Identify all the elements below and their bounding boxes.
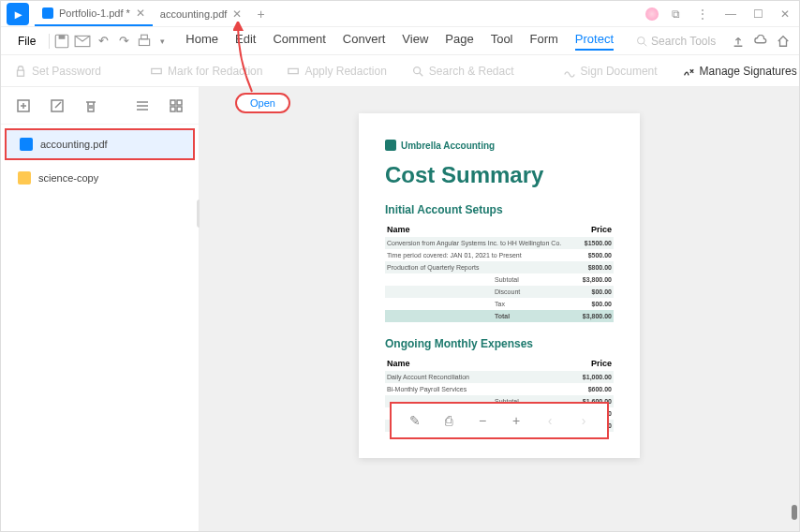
apply-redaction-button[interactable]: Apply Redaction xyxy=(287,65,386,78)
close-button[interactable]: ✕ xyxy=(777,6,793,22)
pdf-icon xyxy=(42,7,53,19)
menu-edit[interactable]: Edit xyxy=(235,32,256,51)
delete-icon[interactable] xyxy=(83,98,98,113)
print-icon[interactable] xyxy=(136,33,153,50)
menu-tool[interactable]: Tool xyxy=(491,32,513,51)
menu-home[interactable]: Home xyxy=(185,32,218,51)
redo-icon[interactable]: ↷ xyxy=(115,33,132,50)
page-toolbar: ✎ ⎙ − + ‹ › xyxy=(390,402,609,439)
svg-rect-21 xyxy=(170,107,175,111)
file-name: accounting.pdf xyxy=(40,139,108,150)
file-menu[interactable]: File xyxy=(8,35,45,48)
menu-page[interactable]: Page xyxy=(445,32,473,51)
svg-rect-3 xyxy=(140,38,150,45)
new-tab-button[interactable]: + xyxy=(249,7,272,22)
brand-logo-icon xyxy=(385,140,396,151)
svg-rect-22 xyxy=(177,107,182,111)
cloud-icon[interactable] xyxy=(754,35,767,48)
open-button[interactable]: Open xyxy=(235,93,290,113)
print-page-icon[interactable]: ⎙ xyxy=(442,413,455,428)
zoom-in-icon[interactable]: + xyxy=(510,413,523,428)
save-icon[interactable] xyxy=(53,33,70,50)
scrollbar[interactable] xyxy=(792,505,797,520)
menu-protect[interactable]: Protect xyxy=(575,32,614,51)
pdf-page: Umbrella Accounting Cost Summary Initial… xyxy=(359,113,640,458)
section-heading: Initial Account Setups xyxy=(385,203,614,216)
assistant-icon[interactable] xyxy=(645,7,659,21)
menu-form[interactable]: Form xyxy=(530,32,558,51)
app-icon: ▸ xyxy=(7,3,29,25)
svg-rect-1 xyxy=(59,35,66,39)
svg-line-6 xyxy=(644,43,646,46)
tab-label: accounting.pdf xyxy=(160,8,228,20)
maximize-button[interactable]: ☐ xyxy=(749,6,767,22)
dropdown-icon[interactable]: ▾ xyxy=(156,37,169,46)
set-password-button[interactable]: Set Password xyxy=(14,65,101,78)
section-heading: Ongoing Monthly Expenses xyxy=(385,337,614,350)
sign-document-button[interactable]: Sign Document xyxy=(563,65,658,78)
add-icon[interactable] xyxy=(16,98,31,113)
next-icon[interactable]: › xyxy=(577,413,590,428)
mark-redaction-button[interactable]: Mark for Redaction xyxy=(150,65,262,78)
prev-icon[interactable]: ‹ xyxy=(543,413,556,428)
share-icon[interactable]: ⧉ xyxy=(668,6,684,22)
folder-icon xyxy=(18,171,31,185)
document-area: Open Umbrella Accounting Cost Summary In… xyxy=(200,87,799,532)
upload-icon[interactable] xyxy=(732,35,745,48)
edit-page-icon[interactable]: ✎ xyxy=(408,413,422,428)
sidebar-file-accounting[interactable]: accounting.pdf xyxy=(5,128,195,160)
svg-point-10 xyxy=(413,66,420,73)
minimize-button[interactable]: — xyxy=(721,6,740,22)
list-view-icon[interactable] xyxy=(135,98,150,113)
svg-point-5 xyxy=(638,37,645,44)
grid-view-icon[interactable] xyxy=(169,98,184,113)
search-redact-button[interactable]: Search & Redact xyxy=(411,65,514,78)
sidebar: accounting.pdf science-copy xyxy=(1,87,200,532)
home-icon[interactable] xyxy=(777,35,790,48)
close-icon[interactable]: ✕ xyxy=(232,7,242,21)
sidebar-file-science[interactable]: science-copy xyxy=(5,164,195,192)
tab-label: Portfolio-1.pdf * xyxy=(59,7,130,19)
protect-toolbar: Set Password Mark for Redaction Apply Re… xyxy=(1,55,799,87)
menu-view[interactable]: View xyxy=(402,32,428,51)
file-name: science-copy xyxy=(38,172,98,184)
close-icon[interactable]: ✕ xyxy=(136,7,145,20)
menu-convert[interactable]: Convert xyxy=(343,32,386,51)
search-tools[interactable]: Search Tools xyxy=(636,35,716,48)
edit-icon[interactable] xyxy=(50,98,65,113)
svg-rect-9 xyxy=(289,68,299,73)
manage-signatures-button[interactable]: Manage Signatures▾ xyxy=(682,65,800,78)
pdf-icon xyxy=(20,138,33,151)
svg-line-11 xyxy=(420,72,423,76)
svg-rect-4 xyxy=(141,35,148,39)
menu-bar: File ↶ ↷ ▾ Home Edit Comment Convert Vie… xyxy=(1,27,799,55)
svg-rect-20 xyxy=(177,100,182,105)
mail-icon[interactable] xyxy=(74,33,91,50)
menu-icon[interactable]: ⋮ xyxy=(693,6,712,22)
doc-title: Cost Summary xyxy=(385,162,614,188)
tab-portfolio[interactable]: Portfolio-1.pdf * ✕ xyxy=(35,2,153,26)
menu-comment[interactable]: Comment xyxy=(273,32,325,51)
svg-rect-19 xyxy=(170,100,175,105)
tab-accounting[interactable]: accounting.pdf ✕ xyxy=(153,2,250,26)
undo-icon[interactable]: ↶ xyxy=(95,33,111,50)
title-bar: ▸ Portfolio-1.pdf * ✕ accounting.pdf ✕ +… xyxy=(1,1,799,27)
svg-rect-8 xyxy=(152,68,162,73)
svg-rect-7 xyxy=(18,70,24,76)
brand-header: Umbrella Accounting xyxy=(385,140,614,151)
zoom-out-icon[interactable]: − xyxy=(476,413,489,428)
